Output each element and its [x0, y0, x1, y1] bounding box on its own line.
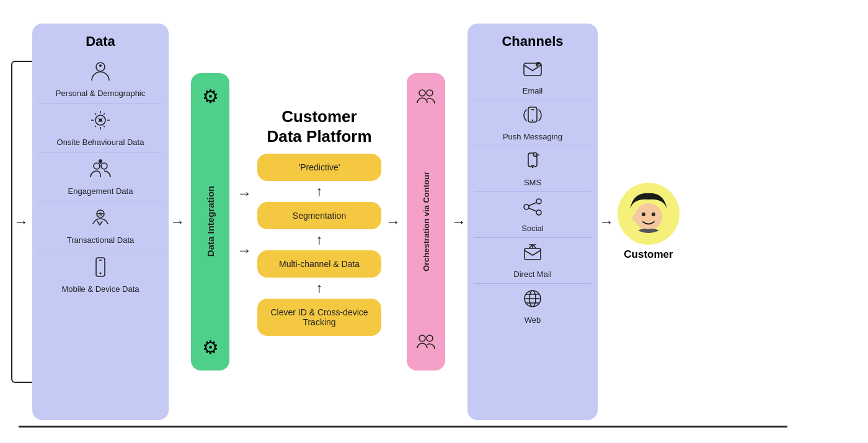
arrow-orch-to-channels: →	[451, 213, 466, 230]
gear-top-icon: ⚙	[202, 86, 219, 107]
onsite-icon	[89, 108, 112, 135]
email-icon: @	[522, 59, 543, 84]
up-arrow-3: ↑	[316, 281, 323, 295]
svg-point-11	[419, 90, 425, 96]
svg-text:$: $	[99, 211, 102, 217]
arrow-to-predictive: →	[237, 185, 252, 202]
customer-section: Customer	[618, 183, 680, 261]
directmail-icon	[522, 242, 543, 268]
arrow-channels-to-customer: →	[599, 213, 614, 230]
person-group-bottom-icon	[415, 331, 437, 357]
svg-point-36	[635, 203, 662, 230]
orchestration-panel: Orchestration via Contour	[407, 73, 445, 371]
svg-point-20	[532, 119, 533, 120]
customer-label: Customer	[624, 248, 673, 261]
arrows-to-cdp: → →	[236, 185, 253, 259]
customer-avatar	[618, 183, 680, 245]
arrow-to-cleverid: →	[237, 242, 252, 259]
channel-item-social: Social	[474, 192, 591, 238]
arrow-cdp-to-orch: →	[386, 213, 401, 230]
svg-point-27	[524, 204, 529, 209]
svg-point-26	[536, 199, 541, 204]
svg-point-38	[652, 213, 655, 216]
data-item-transactional: $ Transactional Data	[38, 201, 162, 250]
up-arrow-2: ↑	[316, 233, 323, 247]
data-item-engagement: Engagement Data	[38, 152, 162, 201]
person-group-top-icon	[415, 86, 437, 112]
svg-point-1	[99, 64, 102, 67]
main-diagram: → Data Personal & Demographic	[12, 11, 856, 432]
svg-point-13	[419, 335, 425, 341]
integration-panel: ⚙ Data Integration ⚙	[191, 73, 229, 371]
channels-panel: Channels @ Email	[467, 24, 598, 420]
web-icon	[522, 288, 543, 314]
svg-text:@: @	[538, 63, 541, 67]
svg-point-5	[101, 163, 107, 169]
email-label: Email	[523, 86, 543, 95]
svg-point-25	[532, 166, 533, 167]
channel-item-email: @ Email	[474, 55, 591, 100]
channel-item-sms: SMS SMS	[474, 146, 591, 192]
cdp-section: Customer Data Platform 'Predictive' ↑ Se…	[254, 107, 384, 335]
sms-label: SMS	[524, 178, 541, 187]
svg-point-4	[94, 163, 100, 169]
svg-point-12	[427, 90, 433, 96]
cdp-box-multichannel: Multi-channel & Data	[257, 250, 381, 278]
data-item-onsite: Onsite Behavioural Data	[38, 103, 162, 152]
push-icon	[522, 105, 543, 130]
svg-point-28	[536, 210, 541, 215]
cdp-box-cleverid: Clever ID & Cross-device Tracking	[257, 299, 381, 336]
svg-point-14	[427, 335, 433, 341]
orchestration-label: Orchestration via Contour	[422, 172, 431, 271]
push-label: Push Messaging	[503, 132, 562, 141]
arrow-data-to-integration: →	[170, 213, 185, 230]
social-label: Social	[521, 224, 543, 233]
social-icon	[522, 196, 543, 222]
cdp-box-predictive: 'Predictive'	[257, 154, 381, 181]
svg-point-3	[99, 118, 102, 121]
personal-icon	[89, 59, 112, 86]
svg-line-29	[529, 203, 536, 206]
cdp-title: Customer Data Platform	[267, 107, 371, 146]
cdp-box-segmentation: Segmentation	[257, 202, 381, 229]
svg-text:SMS: SMS	[534, 154, 540, 157]
channel-item-web: Web	[474, 284, 591, 329]
gear-bottom-icon: ⚙	[202, 336, 219, 358]
data-panel-title: Data	[86, 33, 115, 50]
personal-label: Personal & Demographic	[56, 89, 146, 98]
mobile-icon	[89, 255, 112, 282]
channels-panel-title: Channels	[502, 33, 563, 50]
sms-icon: SMS	[522, 151, 543, 176]
data-panel: Data Personal & Demographic	[32, 24, 169, 420]
channel-item-push: Push Messaging	[474, 100, 591, 146]
integration-label: Data Integration	[205, 186, 216, 257]
bottom-line	[19, 426, 787, 428]
web-label: Web	[525, 315, 541, 325]
channel-item-directmail: Direct Mail	[474, 238, 591, 284]
directmail-label: Direct Mail	[513, 270, 551, 279]
transactional-icon: $	[89, 206, 112, 233]
up-arrow-1: ↑	[316, 185, 323, 198]
svg-line-30	[529, 208, 536, 211]
data-item-personal: Personal & Demographic	[38, 55, 162, 103]
data-item-mobile: Mobile & Device Data	[38, 250, 162, 299]
left-bracket	[11, 61, 32, 383]
onsite-label: Onsite Behavioural Data	[57, 138, 144, 147]
svg-rect-31	[525, 248, 541, 260]
transactional-label: Transactional Data	[67, 235, 135, 245]
engagement-icon	[89, 157, 112, 184]
svg-point-10	[100, 272, 102, 274]
svg-point-37	[642, 213, 645, 216]
engagement-label: Engagement Data	[68, 186, 133, 196]
mobile-label: Mobile & Device Data	[62, 284, 140, 294]
svg-point-39	[632, 214, 637, 222]
